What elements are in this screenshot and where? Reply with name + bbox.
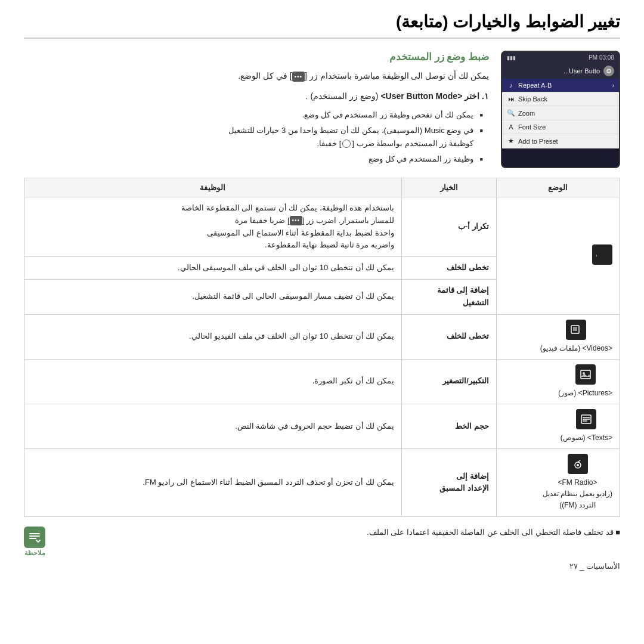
main-table: الوضع الخيار الوظيفة ♪ تكرار أ-ب (24, 178, 620, 517)
svg-rect-4 (581, 370, 590, 379)
table-row: ♪ تكرار أ-ب باستخدام هذه الوظيفة، يمكن ل… (24, 197, 620, 256)
svg-rect-2 (573, 327, 577, 331)
mode-cell-music: ♪ (496, 197, 620, 314)
menu-item-font[interactable]: A Font Size (502, 120, 619, 134)
svg-line-13 (578, 460, 580, 462)
font-icon: A (507, 123, 515, 131)
menu-item-zoom[interactable]: 🔍 Zoom (502, 106, 619, 120)
texts-icon-box: <Texts> (نصوص) (561, 409, 612, 444)
option-preset: إضافة إلىالإعداد المسبق (401, 449, 496, 517)
radio-label: <FM Radio>(راديو يعمل بنظام تعديلالتردد … (543, 477, 612, 512)
col-header-option: الخيار (401, 178, 496, 197)
texts-icon (576, 409, 596, 429)
device-time: 03:08 PM (589, 54, 614, 61)
dots-inline: ••• (290, 216, 303, 225)
menu-label-font: Font Size (518, 123, 546, 131)
music-icon-box: ♪ (592, 244, 612, 267)
menu-label-zoom: Zoom (518, 110, 535, 117)
videos-icon-box: ▣ <Videos> (ملفات فيديو) (540, 320, 612, 354)
device-title-bar: ⚙ User Butto... (502, 63, 619, 79)
gear-icon: ⚙ (603, 66, 614, 76)
repeat-icon: ♪ (507, 82, 515, 89)
intro-text: يمكن لك أن توصل الى الوظيفة مباشرة باستخ… (24, 69, 489, 83)
device-mockup: 03:08 PM ▮▮▮ ⚙ User Butto... ♪ Repeat A-… (501, 51, 620, 168)
pictures-icon (575, 364, 596, 385)
bullet-item-3: وظيفة زر المستخدم في كل وضع (24, 153, 483, 166)
radio-icon (568, 454, 588, 474)
table-row: ▣ <Videos> (ملفات فيديو) تخطى للخلف يمكن… (24, 314, 620, 359)
option-skip-video: تخطى للخلف (401, 314, 496, 359)
circle-icon (342, 140, 351, 148)
main-page: تغيير الضوابط والخيارات (متابعة) ضبط وضع… (0, 0, 644, 644)
menu-item-skip[interactable]: ⏭ Skip Back (502, 92, 619, 106)
device-title: User Butto... (564, 67, 600, 75)
pictures-label: <Pictures> (صور) (558, 388, 612, 399)
bullet-item-1: يمكن لك أن تفحص وظيفة زر المستخدم في كل … (24, 109, 483, 122)
menu-label-preset: Add to Preset (518, 138, 558, 145)
videos-label: <Videos> (ملفات فيديو) (540, 343, 612, 354)
device-menu: ♪ Repeat A-B › ⏭ Skip Back 🔍 Zoom A Font… (502, 79, 619, 148)
skip-icon: ⏭ (507, 95, 515, 103)
note-content: ■ قد تختلف فاصلة التخطي الى الخلف عن الف… (51, 527, 620, 539)
menu-item-preset[interactable]: ★ Add to Preset (502, 134, 619, 148)
function-playlist: يمكن لك أن تضيف مسار الموسيقى الحالي الى… (24, 279, 402, 314)
mode-cell-texts: <Texts> (نصوص) (496, 404, 620, 448)
option-playlist: إضافة إلى قائمةالتشغيل (401, 279, 496, 314)
svg-text:♪: ♪ (596, 250, 597, 260)
option-zoom: التكبير/التصغير (401, 359, 496, 404)
col-header-function: الوظيفة (24, 178, 402, 197)
table-row: <Pictures> (صور) التكبير/التصغير يمكن لك… (24, 359, 620, 404)
device-header: 03:08 PM ▮▮▮ (502, 52, 619, 63)
mode-cell-pictures: <Pictures> (صور) (496, 359, 620, 404)
svg-point-12 (577, 464, 579, 466)
zoom-icon: 🔍 (507, 109, 515, 117)
function-zoom: يمكن لك أن تكبر الصورة. (24, 359, 402, 404)
svg-text:▣: ▣ (570, 329, 571, 335)
dots-btn: ••• (292, 72, 305, 82)
bullet-item-2: في وضع Music (الموسيقى)، يمكن لك أن تضبط… (24, 124, 483, 150)
note-section: ■ قد تختلف فاصلة التخطي الى الخلف عن الف… (24, 527, 620, 557)
texts-label: <Texts> (نصوص) (561, 432, 612, 444)
section-title: ضبط وضع زر المستخدم (24, 51, 489, 63)
pictures-icon-box: <Pictures> (صور) (558, 364, 612, 399)
step1-text: ١. اختر <User Button Mode> (وضع زر المست… (24, 89, 489, 104)
option-fontsize: حجم الخط (401, 404, 496, 448)
page-footer: الأساسيات _ ٢٧ (24, 562, 620, 571)
battery-icon: ▮▮▮ (507, 55, 516, 61)
function-skip-music: يمكن لك أن تتخطى 10 ثوان الى الخلف في مل… (24, 257, 402, 280)
col-header-mode: الوضع (496, 178, 620, 197)
svg-marker-6 (581, 374, 590, 377)
function-fontsize: يمكن لك أن تضبط حجم الحروف في شاشة النص. (24, 404, 402, 448)
page-title: تغيير الضوابط والخيارات (متابعة) (24, 12, 620, 39)
mode-cell-videos: ▣ <Videos> (ملفات فيديو) (496, 314, 620, 359)
menu-label-repeat: Repeat A-B (518, 82, 552, 89)
videos-icon: ▣ (566, 320, 586, 340)
note-icon (24, 527, 45, 548)
content-area: ضبط وضع زر المستخدم يمكن لك أن توصل الى … (24, 51, 620, 168)
radio-icon-box: <FM Radio>(راديو يعمل بنظام تعديلالتردد … (543, 454, 612, 512)
function-skip-video: يمكن لك أن تتخطى 10 ثوان الى الخلف في مل… (24, 314, 402, 359)
menu-label-skip: Skip Back (518, 95, 547, 103)
function-repeat: باستخدام هذه الوظيفة، يمكن لك أن تستمع ا… (24, 197, 402, 256)
note-icon-box: ملاحظة (24, 527, 45, 557)
bullet-list: يمكن لك أن تفحص وظيفة زر المستخدم في كل … (24, 109, 489, 166)
option-repeat: تكرار أ-ب (401, 197, 496, 256)
mode-cell-radio: <FM Radio>(راديو يعمل بنظام تعديلالتردد … (496, 449, 620, 517)
page-number: الأساسيات _ ٢٧ (569, 562, 620, 571)
bullet-note: ■ (614, 528, 620, 537)
note-label: ملاحظة (24, 549, 45, 557)
option-skip-music: تخطى للخلف (401, 257, 496, 280)
table-row: <FM Radio>(راديو يعمل بنظام تعديلالتردد … (24, 449, 620, 517)
music-icon: ♪ (592, 244, 612, 265)
menu-item-repeat[interactable]: ♪ Repeat A-B › (502, 79, 619, 92)
function-preset: يمكن لك أن تخزن أو تحذف التردد المسبق ال… (24, 449, 402, 517)
device-icons: ▮▮▮ (507, 55, 516, 61)
preset-icon: ★ (507, 137, 515, 145)
arrow-icon: › (612, 82, 614, 89)
text-section: ضبط وضع زر المستخدم يمكن لك أن توصل الى … (24, 51, 489, 168)
note-text: قد تختلف فاصلة التخطي الى الخلف عن الفاص… (367, 528, 613, 537)
table-row: <Texts> (نصوص) حجم الخط يمكن لك أن تضبط … (24, 404, 620, 448)
